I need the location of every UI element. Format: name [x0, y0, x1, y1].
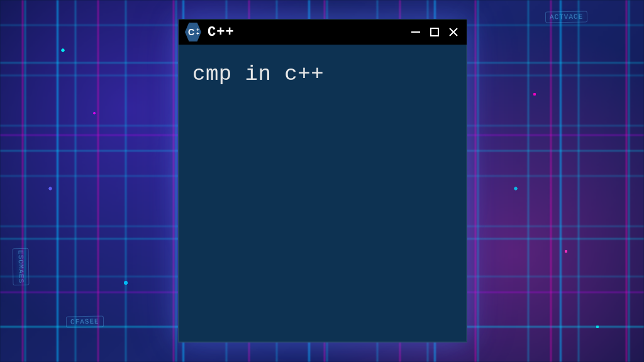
minimize-icon	[410, 26, 421, 38]
cpp-icon: ++	[185, 23, 201, 41]
terminal-window: ++ C++ cmp in c++	[178, 19, 467, 343]
bg-label-decorative: CFASEE	[66, 315, 104, 327]
svg-rect-1	[431, 28, 438, 36]
titlebar[interactable]: ++ C++	[179, 19, 467, 45]
terminal-body[interactable]: cmp in c++	[179, 45, 467, 104]
bg-label-decorative: ACTVACE	[545, 11, 588, 23]
window-controls	[409, 25, 460, 39]
close-icon	[448, 26, 459, 38]
maximize-button[interactable]	[428, 25, 441, 39]
minimize-button[interactable]	[409, 25, 423, 39]
maximize-icon	[430, 27, 440, 37]
window-title: C++	[208, 25, 402, 40]
close-button[interactable]	[447, 25, 460, 39]
bg-label-decorative: ESOMAES	[12, 248, 29, 286]
terminal-text: cmp in c++	[192, 62, 324, 86]
